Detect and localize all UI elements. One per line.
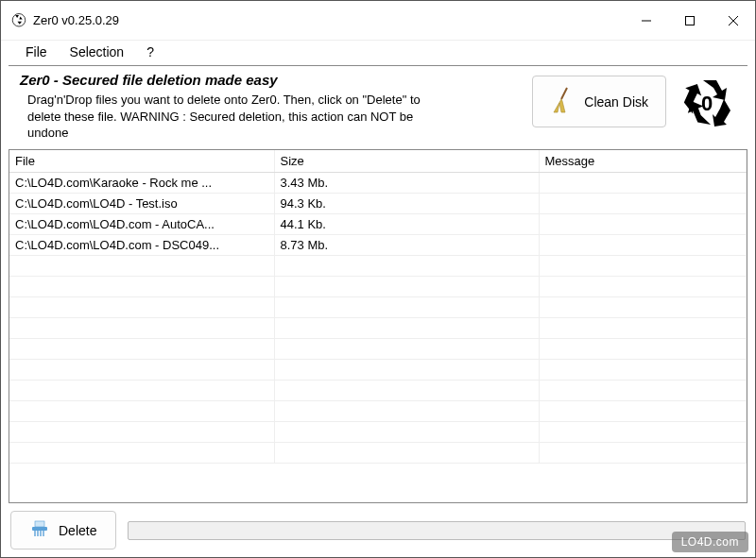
header-text: Zer0 - Secured file deletion made easy D…: [20, 72, 523, 142]
broom-icon: [550, 86, 575, 117]
cell-size: [274, 380, 539, 400]
cell-message: [539, 255, 747, 276]
bottom-bar: Delete: [1, 503, 755, 557]
cell-message: [539, 193, 747, 213]
table-row: [9, 255, 747, 276]
svg-rect-2: [686, 16, 695, 25]
col-header-message[interactable]: Message: [539, 150, 747, 173]
menu-file[interactable]: File: [16, 42, 57, 61]
cell-message: [539, 276, 747, 296]
cell-message: [539, 317, 747, 338]
cell-size: 94.3 Kb.: [274, 193, 539, 213]
cell-message: [539, 359, 747, 380]
table-row: [9, 442, 747, 463]
cell-file: [9, 359, 274, 380]
menu-selection[interactable]: Selection: [60, 42, 134, 61]
svg-line-5: [561, 88, 567, 99]
table-row: [9, 359, 747, 380]
table-header-row: File Size Message: [9, 150, 747, 173]
maximize-button[interactable]: [668, 1, 712, 41]
app-window: Zer0 v0.25.0.29 File Selection ? Zer0 - …: [0, 0, 756, 558]
svg-rect-8: [35, 521, 44, 527]
cell-message: [539, 296, 747, 317]
table-row: [9, 421, 747, 442]
cell-file: [9, 338, 274, 359]
header-title: Zer0 - Secured file deletion made easy: [20, 72, 523, 88]
table-row[interactable]: C:\LO4D.com\LO4D.com - DSC049...8.73 Mb.: [9, 234, 747, 255]
menubar: File Selection ?: [9, 41, 747, 66]
table-row: [9, 296, 747, 317]
cell-size: [274, 359, 539, 380]
table-row[interactable]: C:\LO4D.com\Karaoke - Rock me ...3.43 Mb…: [9, 172, 747, 193]
progress-bar: [128, 521, 746, 540]
cell-size: [274, 400, 539, 421]
table-row: [9, 276, 747, 296]
delete-button[interactable]: Delete: [10, 511, 116, 550]
recycle-logo: 0: [676, 74, 738, 132]
minimize-button[interactable]: [625, 1, 668, 41]
cell-file: [9, 296, 274, 317]
table-row: [9, 317, 747, 338]
svg-text:0: 0: [701, 92, 713, 115]
table-row[interactable]: C:\LO4D.com\LO4D - Test.iso94.3 Kb.: [9, 193, 747, 213]
titlebar: Zer0 v0.25.0.29: [1, 1, 755, 41]
table-row: [9, 380, 747, 400]
table-row[interactable]: C:\LO4D.com\LO4D.com - AutoCA...44.1 Kb.: [9, 213, 747, 234]
header-panel: Zer0 - Secured file deletion made easy D…: [9, 66, 747, 149]
cell-file: [9, 317, 274, 338]
menu-help[interactable]: ?: [137, 42, 163, 61]
window-title: Zer0 v0.25.0.29: [33, 13, 119, 27]
file-list[interactable]: File Size Message C:\LO4D.com\Karaoke - …: [9, 149, 747, 503]
svg-rect-7: [32, 527, 47, 531]
cell-size: [274, 338, 539, 359]
cell-file: [9, 400, 274, 421]
cell-message: [539, 442, 747, 463]
cell-file: [9, 442, 274, 463]
cell-file: [9, 255, 274, 276]
table-row: [9, 338, 747, 359]
cell-file: [9, 276, 274, 296]
cell-message: [539, 213, 747, 234]
cell-file: C:\LO4D.com\LO4D.com - AutoCA...: [9, 213, 274, 234]
cell-size: 8.73 Mb.: [274, 234, 539, 255]
cell-file: C:\LO4D.com\Karaoke - Rock me ...: [9, 172, 274, 193]
cell-message: [539, 234, 747, 255]
cell-size: 3.43 Mb.: [274, 172, 539, 193]
cell-file: C:\LO4D.com\LO4D.com - DSC049...: [9, 234, 274, 255]
maximize-icon: [684, 15, 696, 26]
cell-size: [274, 317, 539, 338]
file-table: File Size Message C:\LO4D.com\Karaoke - …: [9, 150, 747, 464]
cell-message: [539, 338, 747, 359]
col-header-file[interactable]: File: [9, 150, 274, 173]
shredder-icon: [30, 519, 49, 541]
close-icon: [728, 15, 739, 26]
cell-message: [539, 380, 747, 400]
cell-size: [274, 296, 539, 317]
cell-message: [539, 421, 747, 442]
cell-message: [539, 172, 747, 193]
recycle-icon: [10, 12, 27, 29]
close-button[interactable]: [712, 1, 755, 41]
cell-file: C:\LO4D.com\LO4D - Test.iso: [9, 193, 274, 213]
svg-point-0: [12, 13, 26, 26]
clean-disk-label: Clean Disk: [584, 94, 648, 110]
cell-size: [274, 255, 539, 276]
cell-size: [274, 276, 539, 296]
table-row: [9, 400, 747, 421]
cell-file: [9, 421, 274, 442]
cell-size: [274, 421, 539, 442]
watermark: LO4D.com: [672, 532, 748, 552]
cell-size: [274, 442, 539, 463]
col-header-size[interactable]: Size: [274, 150, 539, 173]
minimize-icon: [641, 15, 652, 26]
header-description: Drag'n'Drop files you want to delete ont…: [20, 92, 436, 142]
cell-message: [539, 400, 747, 421]
cell-size: 44.1 Kb.: [274, 213, 539, 234]
delete-label: Delete: [59, 523, 96, 538]
cell-file: [9, 380, 274, 400]
clean-disk-button[interactable]: Clean Disk: [532, 76, 666, 127]
